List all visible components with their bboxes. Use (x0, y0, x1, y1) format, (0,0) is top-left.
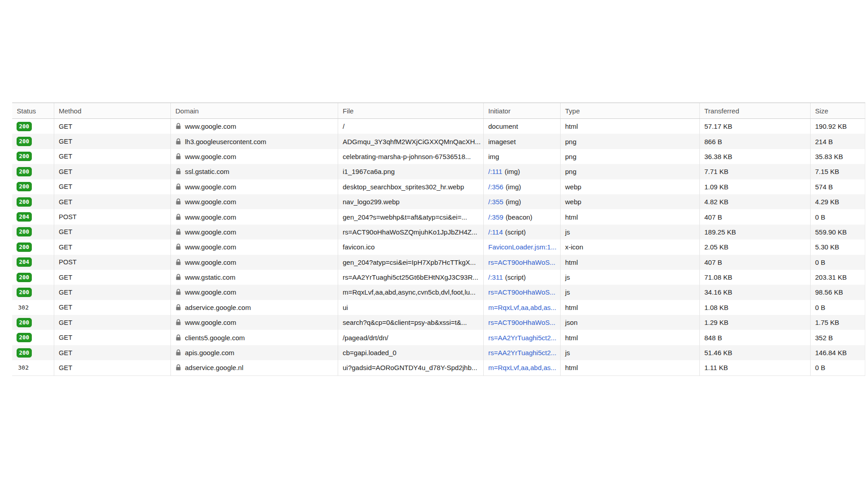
status-badge: 200 (17, 167, 32, 176)
initiator-link[interactable]: /:311 (488, 273, 503, 281)
request-row[interactable]: 302GETadservice.google.comuim=RqxLvf,aa,… (12, 300, 865, 315)
transferred-cell: 57.17 KB (700, 119, 811, 134)
initiator-link[interactable]: rs=AA2YrTuaghi5ct2... (488, 349, 557, 357)
column-header-domain[interactable]: Domain (171, 103, 338, 118)
transferred-cell: 189.25 KB (700, 225, 811, 239)
file-text: desktop_searchbox_sprites302_hr.webp (343, 183, 464, 191)
request-row[interactable]: 200GETwww.google.comcelebrating-marsha-p… (12, 149, 865, 164)
initiator-link[interactable]: /:111 (488, 168, 502, 175)
initiator-link[interactable]: rs=ACT90oHhaWoS... (488, 258, 556, 266)
file-cell: favicon.ico (338, 239, 484, 254)
initiator-link[interactable]: /:355 (488, 198, 503, 206)
initiator-link[interactable]: /:356 (488, 183, 503, 191)
type-cell: png (561, 134, 700, 149)
file-cell: cb=gapi.loaded_0 (338, 345, 484, 360)
domain-text: www.google.com (185, 243, 236, 251)
request-row[interactable]: 200GETwww.gstatic.comrs=AA2YrTuaghi5ct25… (12, 270, 865, 285)
column-header-initiator[interactable]: Initiator (484, 103, 561, 118)
column-header-method[interactable]: Method (54, 103, 171, 118)
transferred-text: 2.05 KB (704, 243, 728, 251)
file-cell: nav_logo299.webp (338, 194, 484, 209)
lock-icon (175, 244, 181, 250)
type-cell: webp (561, 194, 700, 209)
request-row[interactable]: 200GETssl.gstatic.comi1_1967ca6a.png/:11… (12, 164, 865, 179)
initiator-link[interactable]: rs=ACT90oHhaWoS... (488, 288, 556, 296)
type-text: js (565, 349, 570, 357)
size-text: 35.83 KB (815, 153, 843, 160)
status-badge: 200 (17, 333, 32, 342)
type-cell: html (561, 255, 700, 270)
method-cell: GET (54, 239, 171, 254)
initiator-link[interactable]: m=RqxLvf,aa,abd,as... (488, 304, 557, 311)
request-row[interactable]: 200GETwww.google.comrs=ACT90oHhaWoSZQmju… (12, 225, 865, 239)
initiator-link[interactable]: rs=ACT90oHhaWoS... (488, 319, 556, 326)
file-text: rs=ACT90oHhaWoSZQmjuhKo1JpJbZH4Z... (343, 228, 477, 236)
file-cell: gen_204?atyp=csi&ei=IpH7Xpb7HcTTkgX... (338, 255, 484, 270)
lock-icon (175, 319, 181, 326)
request-row[interactable]: 200GETwww.google.comm=RqxLvf,aa,abd,asyn… (12, 285, 865, 300)
request-row[interactable]: 200GETwww.google.comdesktop_searchbox_sp… (12, 179, 865, 194)
domain-cell: www.google.com (171, 285, 338, 300)
domain-cell: apis.google.com (171, 345, 338, 360)
domain-text: apis.google.com (185, 349, 234, 357)
initiator-link[interactable]: m=RqxLvf,aa,abd,as... (488, 364, 557, 371)
request-row[interactable]: 200GETclients5.google.com/pagead/drt/dn/… (12, 330, 865, 345)
type-text: html (565, 122, 578, 130)
domain-cell: www.google.com (171, 239, 338, 254)
type-cell: x-icon (561, 239, 700, 254)
status-cell: 200 (12, 330, 54, 345)
request-row[interactable]: 200GETwww.google.comfavicon.icoFaviconLo… (12, 239, 865, 254)
size-text: 4.29 KB (815, 198, 839, 206)
initiator-cell: FaviconLoader.jsm:1... (484, 239, 561, 254)
initiator-link[interactable]: /:359 (488, 213, 503, 221)
requests-list: 200GETwww.google.com/documenthtml57.17 K… (12, 119, 865, 376)
transferred-text: 51.46 KB (704, 349, 732, 357)
request-row[interactable]: 200GETapis.google.comcb=gapi.loaded_0rs=… (12, 345, 865, 360)
initiator-link[interactable]: rs=AA2YrTuaghi5ct2... (488, 334, 557, 342)
column-header-size[interactable]: Size (811, 103, 865, 118)
request-row[interactable]: 200GETwww.google.com/documenthtml57.17 K… (12, 119, 865, 134)
transferred-cell: 71.08 KB (700, 270, 811, 285)
size-text: 203.31 KB (815, 273, 847, 281)
initiator-cause: (beacon) (505, 213, 532, 221)
initiator-link[interactable]: /:114 (488, 228, 503, 236)
file-text: ADGmqu_3Y3qhfM2WXjCiGXXQMnQacXH... (343, 138, 481, 145)
size-text: 146.84 KB (815, 349, 847, 357)
column-header-file[interactable]: File (338, 103, 484, 118)
domain-text: www.google.com (185, 288, 236, 296)
initiator-cell: rs=AA2YrTuaghi5ct2... (484, 330, 561, 345)
column-header-transferred[interactable]: Transferred (700, 103, 811, 118)
file-text: ui?gadsid=AORoGNTDY4u_d78Y-Spd2jhb... (343, 364, 477, 371)
request-row[interactable]: 200GETwww.google.comnav_logo299.webp/:35… (12, 194, 865, 209)
method-cell: GET (54, 360, 171, 375)
request-row[interactable]: 204POSTwww.google.comgen_204?atyp=csi&ei… (12, 255, 865, 270)
initiator-cell: rs=ACT90oHhaWoS... (484, 285, 561, 300)
domain-cell: www.google.com (171, 315, 338, 330)
column-header-type[interactable]: Type (561, 103, 700, 118)
file-cell: m=RqxLvf,aa,abd,async,cvn5cb,dvl,foot,lu… (338, 285, 484, 300)
initiator-cell: /:114(script) (484, 225, 561, 239)
request-row[interactable]: 200GETlh3.googleusercontent.comADGmqu_3Y… (12, 134, 865, 149)
request-row[interactable]: 204POSTwww.google.comgen_204?s=webhp&t=a… (12, 209, 865, 224)
status-badge: 204 (17, 212, 32, 221)
file-text: rs=AA2YrTuaghi5ct25Gt6bEHtNXgJ3C93R... (343, 273, 478, 281)
request-row[interactable]: 200GETwww.google.comsearch?q&cp=0&client… (12, 315, 865, 330)
domain-cell: www.google.com (171, 179, 338, 194)
transferred-text: 7.71 KB (704, 168, 728, 175)
domain-cell: adservice.google.nl (171, 360, 338, 375)
transferred-text: 1.29 KB (704, 319, 728, 326)
type-text: html (565, 213, 578, 221)
transferred-cell: 4.82 KB (700, 194, 811, 209)
status-cell: 200 (12, 134, 54, 149)
transferred-text: 848 B (704, 334, 722, 342)
type-cell: html (561, 330, 700, 345)
request-row[interactable]: 302GETadservice.google.nlui?gadsid=AORoG… (12, 360, 865, 375)
size-cell: 0 B (811, 300, 865, 315)
initiator-cell: /:355(img) (484, 194, 561, 209)
status-badge: 200 (17, 197, 32, 206)
initiator-link[interactable]: FaviconLoader.jsm:1... (488, 243, 557, 251)
status-badge: 200 (17, 348, 32, 357)
size-cell: 35.83 KB (811, 149, 865, 164)
type-text: png (565, 153, 576, 160)
column-header-status[interactable]: Status (12, 103, 54, 118)
